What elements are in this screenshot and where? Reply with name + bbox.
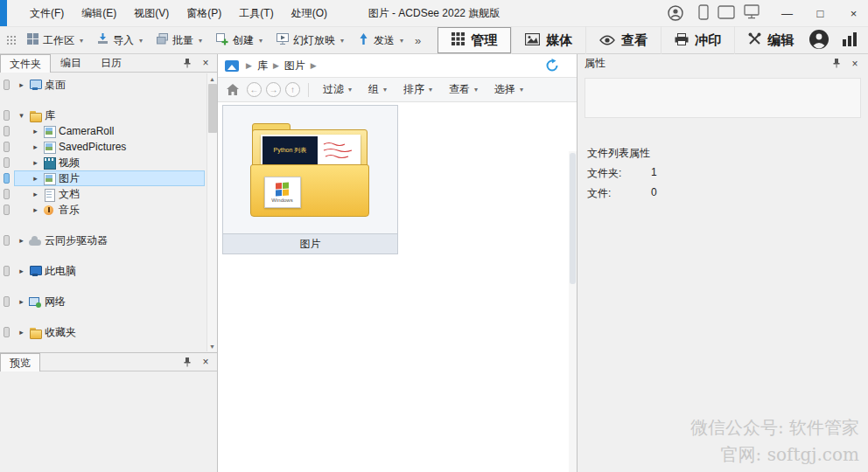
create-button[interactable]: 创建 ▾	[209, 29, 270, 52]
tree-item-cloud-drives[interactable]: ▸ 云同步驱动器	[0, 233, 217, 248]
tablet-icon[interactable]	[718, 5, 735, 22]
breadcrumb-library[interactable]: 库	[257, 59, 268, 73]
filter-button[interactable]: 过滤 ▾	[315, 78, 360, 102]
import-button[interactable]: 导入 ▾	[90, 29, 150, 52]
row-mark-icon[interactable]	[4, 327, 10, 337]
tree-item-videos[interactable]: ▸ 视频	[0, 155, 217, 170]
send-button[interactable]: 发送 ▾	[351, 29, 410, 52]
toolbar-grip-icon[interactable]	[7, 36, 16, 45]
refresh-icon[interactable]	[545, 59, 559, 73]
breadcrumb-pictures[interactable]: 图片	[284, 59, 305, 73]
expand-arrow-icon[interactable]: ▸	[16, 328, 27, 337]
tab-catalog[interactable]: 编目	[51, 54, 91, 72]
back-icon[interactable]: ←	[247, 82, 262, 97]
forward-icon[interactable]: →	[266, 82, 281, 97]
folder-tile-pictures[interactable]: Python 列表 Windows 图片	[222, 105, 398, 254]
expand-arrow-icon[interactable]: ▸	[30, 127, 41, 135]
up-icon[interactable]: ↑	[285, 82, 300, 97]
expand-arrow-icon[interactable]: ▸	[16, 267, 27, 275]
group-button[interactable]: 组 ▾	[360, 78, 395, 102]
tree-item-music[interactable]: ▸ 音乐	[0, 202, 217, 218]
expand-arrow-icon[interactable]: ▸	[30, 190, 41, 198]
row-mark-icon[interactable]	[4, 205, 10, 215]
expand-arrow-icon[interactable]: ▸	[30, 158, 41, 167]
tab-calendar[interactable]: 日历	[91, 54, 131, 72]
tab-preview[interactable]: 预览	[0, 353, 40, 371]
mode-edit[interactable]: 编辑	[734, 26, 807, 54]
tree-item-favorites[interactable]: ▸ 收藏夹	[0, 324, 217, 340]
properties-header: 属性 ×	[578, 54, 868, 73]
scroll-thumb[interactable]	[570, 153, 576, 284]
tree-item-this-pc[interactable]: ▸ 此电脑	[0, 263, 217, 279]
account-icon[interactable]	[668, 5, 683, 21]
tree-item-savedpictures[interactable]: ▸ SavedPictures	[0, 139, 217, 155]
mode-view[interactable]: 查看	[585, 26, 661, 54]
row-mark-icon[interactable]	[4, 266, 10, 276]
pin-icon[interactable]	[830, 58, 843, 70]
dropdown-caret-icon: ▾	[340, 37, 344, 45]
tree-item-network[interactable]: ▸ 网络	[0, 294, 217, 309]
row-mark-icon[interactable]	[4, 235, 10, 246]
mobile-icon[interactable]	[698, 4, 709, 23]
row-mark-icon[interactable]	[4, 126, 10, 136]
tree-item-desktop[interactable]: ▸ 桌面	[0, 77, 217, 93]
expand-arrow-icon[interactable]: ▸	[30, 142, 41, 151]
menu-tools[interactable]: 工具(T)	[230, 0, 282, 26]
tab-folders[interactable]: 文件夹	[0, 54, 51, 73]
minimize-button[interactable]: —	[774, 0, 800, 26]
tree-item-pictures[interactable]: ▸ 图片	[0, 170, 217, 186]
tree-item-cameraroll[interactable]: ▸ CameraRoll	[0, 123, 217, 139]
close-button[interactable]: ×	[841, 0, 866, 26]
mode-print[interactable]: 冲印	[661, 26, 734, 54]
close-icon[interactable]: ×	[200, 57, 212, 69]
row-mark-icon[interactable]	[4, 189, 10, 199]
menu-edit[interactable]: 编辑(E)	[73, 0, 125, 26]
file-list-scrollbar[interactable]	[569, 151, 577, 472]
expand-arrow-icon[interactable]: ▸	[16, 236, 27, 245]
monitor-device-icon[interactable]	[744, 4, 760, 22]
expand-arrow-icon[interactable]: ▸	[30, 174, 41, 183]
maximize-button[interactable]: □	[808, 0, 833, 26]
collapse-arrow-icon[interactable]: ▾	[16, 111, 27, 120]
folders-scrollbar[interactable]: ▲ ▼	[206, 73, 217, 351]
row-mark-icon[interactable]	[4, 173, 10, 184]
expand-arrow-icon[interactable]: ▸	[16, 297, 27, 306]
select-button[interactable]: 选择 ▾	[486, 78, 531, 102]
scroll-up-icon[interactable]: ▲	[207, 73, 218, 84]
row-mark-icon[interactable]	[4, 296, 10, 307]
menu-process[interactable]: 处理(O)	[283, 0, 336, 26]
batch-button[interactable]: 批量 ▾	[150, 29, 209, 52]
breadcrumb-arrow-icon[interactable]: ▶	[241, 61, 257, 70]
folder-art: Python 列表 Windows	[250, 121, 371, 219]
pin-icon[interactable]	[181, 356, 193, 368]
row-mark-icon[interactable]	[4, 142, 10, 152]
expand-arrow-icon[interactable]: ▸	[16, 80, 27, 89]
close-icon[interactable]: ×	[849, 58, 861, 70]
pin-icon[interactable]	[181, 57, 193, 69]
breadcrumb-arrow-icon[interactable]: ▶	[305, 61, 322, 70]
row-mark-icon[interactable]	[4, 110, 10, 121]
toolbar-overflow-button[interactable]: »	[410, 34, 425, 47]
menu-view[interactable]: 视图(V)	[125, 0, 178, 26]
tree-item-library[interactable]: ▾ 库	[0, 108, 217, 123]
scroll-thumb[interactable]	[208, 84, 217, 133]
mode-manage[interactable]: 管理	[438, 27, 511, 53]
sort-button[interactable]: 排序 ▾	[396, 78, 440, 102]
mode-media[interactable]: 媒体	[511, 26, 585, 54]
menu-file[interactable]: 文件(F)	[21, 0, 73, 26]
breadcrumb-arrow-icon[interactable]: ▶	[268, 61, 284, 70]
home-icon[interactable]	[227, 84, 239, 95]
close-icon[interactable]: ×	[200, 356, 212, 368]
row-mark-icon[interactable]	[4, 80, 10, 90]
tree-item-documents[interactable]: ▸ 文档	[0, 186, 217, 202]
view-button[interactable]: 查看 ▾	[441, 78, 486, 102]
row-mark-icon[interactable]	[4, 157, 10, 168]
workspace-button[interactable]: 工作区 ▾	[20, 29, 90, 52]
people-globe-icon[interactable]	[808, 29, 830, 52]
menu-pane[interactable]: 窗格(P)	[178, 0, 230, 26]
slideshow-button[interactable]: 幻灯放映 ▾	[270, 29, 351, 52]
scroll-down-icon[interactable]: ▼	[207, 341, 218, 351]
scroll-track[interactable]	[207, 84, 218, 341]
expand-arrow-icon[interactable]: ▸	[30, 205, 41, 214]
dashboard-bars-icon[interactable]	[842, 32, 858, 49]
